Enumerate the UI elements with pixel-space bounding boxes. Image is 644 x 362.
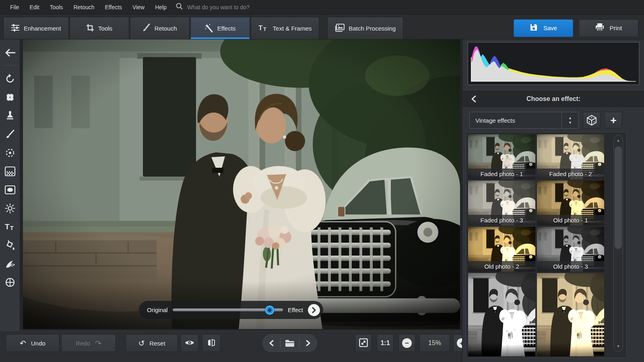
fit-screen-icon bbox=[359, 338, 368, 348]
plus-icon: + bbox=[610, 114, 616, 127]
scrollbar-track[interactable] bbox=[614, 146, 623, 341]
change-color-icon[interactable] bbox=[2, 255, 19, 273]
effect-thumbnail[interactable]: Old photo - 3 bbox=[537, 227, 604, 272]
tab-enhancement[interactable]: Enhancement bbox=[3, 17, 69, 39]
effects-scrollbar[interactable]: ▲ ▼ bbox=[613, 135, 623, 352]
3d-lut-globe-icon[interactable] bbox=[2, 273, 19, 292]
brush-icon bbox=[142, 24, 151, 33]
spinner-down-icon[interactable]: ▼ bbox=[568, 121, 572, 125]
save-label: Save bbox=[543, 25, 557, 31]
effect-thumbnail[interactable]: Faded photo - 2 bbox=[537, 134, 604, 179]
3d-lut-cube-button[interactable] bbox=[583, 112, 601, 129]
effect-thumbnail[interactable]: Old photo - 2 bbox=[468, 227, 535, 272]
show-effect-button[interactable] bbox=[308, 304, 320, 316]
search-box bbox=[176, 3, 291, 11]
effect-name: Faded photo - 2 bbox=[537, 169, 604, 179]
graduated-filter-icon[interactable] bbox=[2, 162, 19, 181]
tab-effects[interactable]: Effects bbox=[190, 17, 250, 39]
save-button[interactable]: Save bbox=[514, 19, 573, 37]
effect-name: Faded photo - 3 bbox=[468, 215, 535, 226]
healing-patch-icon[interactable] bbox=[2, 88, 19, 107]
tab-retouch[interactable]: Retouch bbox=[130, 17, 190, 39]
file-navigation bbox=[262, 333, 318, 353]
effects-header-bar: Choose an effect: bbox=[462, 90, 644, 108]
back-arrow-icon[interactable] bbox=[2, 43, 19, 62]
zoom-level-display: 15% bbox=[419, 334, 450, 352]
effect-thumbnail[interactable]: Faded photo - 1 bbox=[468, 134, 535, 179]
rotate-icon[interactable] bbox=[2, 70, 19, 88]
photo-canvas[interactable]: Original Effect bbox=[23, 39, 460, 329]
select-spinner: ▲ ▼ bbox=[561, 112, 578, 128]
undo-label: Undo bbox=[31, 340, 45, 347]
menu-tools[interactable]: Tools bbox=[45, 0, 68, 14]
add-effect-button[interactable]: + bbox=[605, 112, 622, 129]
menu-help[interactable]: Help bbox=[150, 0, 172, 14]
divider bbox=[299, 338, 299, 348]
fill-bucket-icon[interactable] bbox=[2, 236, 19, 255]
printer-icon bbox=[595, 23, 604, 33]
effect-thumbnail[interactable] bbox=[537, 273, 604, 356]
effect-name: Faded photo - 1 bbox=[468, 169, 535, 179]
undo-button[interactable]: ↶ Undo bbox=[6, 334, 60, 352]
fit-to-screen-button[interactable] bbox=[355, 334, 372, 352]
effects-grid: Faded photo - 1 Faded photo - 2 Faded ph… bbox=[468, 134, 604, 356]
effect-label: Effect bbox=[288, 306, 303, 313]
split-view-icon bbox=[207, 339, 215, 348]
compare-slider-thumb[interactable] bbox=[265, 306, 274, 315]
tab-label: Enhancement bbox=[24, 25, 61, 32]
tab-bar: Enhancement Tools Retouch Effects TT Tex… bbox=[0, 14, 644, 39]
clone-stamp-icon[interactable] bbox=[2, 107, 19, 125]
vignette-icon[interactable] bbox=[2, 181, 19, 199]
next-photo-button[interactable] bbox=[302, 337, 314, 349]
tabbar-actions: Save Print bbox=[514, 17, 644, 39]
split-compare-button[interactable] bbox=[202, 334, 221, 352]
print-button[interactable]: Print bbox=[579, 19, 638, 37]
scroll-down-icon[interactable]: ▼ bbox=[614, 341, 623, 352]
effect-name: Old photo - 2 bbox=[468, 261, 535, 272]
actual-size-button[interactable]: 1:1 bbox=[377, 334, 394, 352]
menu-effects[interactable]: Effects bbox=[100, 0, 128, 14]
preview-original-button[interactable] bbox=[180, 334, 199, 352]
tab-label: Tools bbox=[98, 25, 112, 32]
photo-editor-window: File Edit Tools Retouch Effects View Hel… bbox=[0, 0, 644, 362]
search-input[interactable] bbox=[186, 4, 291, 11]
effects-panel: Choose an effect: Vintage effects ▲ ▼ + bbox=[462, 39, 644, 362]
actual-size-label: 1:1 bbox=[380, 339, 390, 347]
menu-view[interactable]: View bbox=[127, 0, 150, 14]
menu-retouch[interactable]: Retouch bbox=[68, 0, 99, 14]
tab-tools[interactable]: Tools bbox=[70, 17, 129, 39]
tab-text-frames[interactable]: TT Text & Frames bbox=[251, 17, 320, 39]
sun-brush-icon[interactable] bbox=[2, 199, 19, 218]
text-tool-icon[interactable]: TT bbox=[2, 218, 19, 236]
reset-button[interactable]: ↺ Reset bbox=[126, 334, 178, 352]
collapse-panel-chevron-icon[interactable] bbox=[468, 94, 479, 104]
menu-edit[interactable]: Edit bbox=[25, 0, 45, 14]
radial-filter-icon[interactable] bbox=[2, 144, 19, 162]
tab-label: Batch Processing bbox=[349, 25, 396, 32]
effect-category-select[interactable]: Vintage effects ▲ ▼ bbox=[469, 112, 579, 129]
compare-slider-track[interactable] bbox=[173, 309, 283, 311]
histogram bbox=[467, 42, 640, 85]
zoom-level-value: 15% bbox=[428, 339, 441, 347]
effect-thumbnail[interactable]: Faded photo - 3 bbox=[468, 181, 535, 226]
previous-photo-button[interactable] bbox=[265, 337, 277, 349]
zoom-out-button[interactable]: − bbox=[398, 334, 415, 352]
adjustment-brush-icon[interactable] bbox=[2, 125, 19, 144]
scroll-up-icon[interactable]: ▲ bbox=[614, 135, 623, 146]
redo-button[interactable]: Redo ↷ bbox=[61, 334, 116, 352]
scrollbar-thumb[interactable] bbox=[615, 146, 622, 249]
search-icon bbox=[176, 3, 183, 11]
effect-name: Old photo - 1 bbox=[537, 215, 604, 226]
effect-thumbnail[interactable] bbox=[468, 273, 535, 356]
tab-batch-processing[interactable]: Batch Processing bbox=[327, 17, 403, 39]
spinner-up-icon[interactable]: ▲ bbox=[568, 116, 572, 120]
histogram-plot bbox=[471, 45, 636, 82]
open-folder-button[interactable] bbox=[284, 337, 296, 349]
text-icon: TT bbox=[258, 24, 269, 33]
undo-icon: ↶ bbox=[20, 339, 26, 347]
redo-label: Redo bbox=[76, 340, 90, 347]
effect-thumbnail[interactable]: Old photo - 1 bbox=[537, 181, 604, 226]
magic-wand-icon bbox=[204, 23, 213, 33]
menu-file[interactable]: File bbox=[5, 0, 25, 14]
bottom-toolbar: ↶ Undo Redo ↷ ↺ Reset 1:1 bbox=[0, 331, 462, 362]
